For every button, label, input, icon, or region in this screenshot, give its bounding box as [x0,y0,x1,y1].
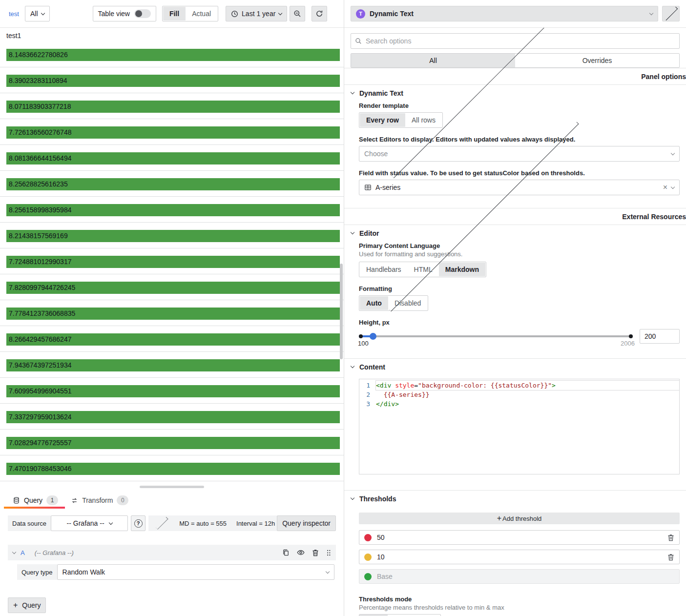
database-icon [13,496,20,504]
query-card-header[interactable]: A (-- Grafana --) [8,545,336,560]
section-content-header[interactable]: Content [344,359,686,375]
tab-query-label: Query [24,496,42,504]
section-panel-options: Panel options [344,68,686,84]
visualization-picker[interactable]: T Dynamic Text [351,6,658,21]
section-panel-options-header[interactable]: Panel options [344,68,686,84]
chevron-down-icon [108,520,112,524]
section-editor-header[interactable]: Editor [344,225,686,241]
status-color-bar: 7.7784123736068835 [6,308,340,320]
threshold-row[interactable]: 50 [359,530,680,545]
content-code-editor[interactable]: 1<div style="background-color: {{statusC… [359,379,680,474]
clear-selection-icon[interactable]: × [663,184,667,191]
query-stats-strip: MD = auto = 555 Interval = 12h [148,515,281,531]
panel-row: 7.337297959013624 [0,404,344,430]
hide-query-eye-icon[interactable] [297,549,305,556]
threshold-color-dot[interactable] [364,554,372,561]
search-icon [355,38,362,44]
slider-track[interactable] [359,335,633,337]
threshold-color-dot[interactable] [364,534,372,541]
threshold-color-dot[interactable] [364,573,372,580]
breadcrumb[interactable]: test [9,10,19,18]
duplicate-query-icon[interactable] [282,549,290,556]
section-thresholds-header[interactable]: Thresholds [344,491,686,507]
query-editor: Data source -- Grafana -- MD = auto = 55… [0,509,344,613]
scope-dropdown[interactable]: All [25,6,50,21]
threshold-row[interactable]: 10 [359,550,680,564]
refresh-button[interactable] [312,6,327,21]
panel-row: 8.21438157569169 [0,223,344,248]
add-query-button[interactable]: Query [8,597,46,613]
pane-resize-handle[interactable] [140,486,204,488]
code-line[interactable]: 3</div> [359,399,679,409]
transform-icon [71,497,78,504]
thresholds-mode-switch[interactable] [359,614,441,616]
threshold-value: Base [377,573,674,580]
tab-query[interactable]: Query 1 [13,492,58,509]
section-title: Content [359,363,385,371]
threshold-value[interactable]: 50 [377,534,662,541]
options-sidebar: T Dynamic Text All Overrides [344,0,686,616]
threshold-value[interactable]: 10 [377,553,662,561]
status-color-bar: 8.081366644156494 [6,152,340,164]
collapse-options-button[interactable] [662,6,680,21]
code-line[interactable]: 1<div style="background-color: {{statusC… [359,381,679,390]
section-dynamic-text-header[interactable]: Dynamic Text [344,85,686,101]
time-range-picker[interactable]: Last 1 year [226,6,287,21]
status-color-bar: 7.028294776725557 [6,437,340,449]
chevron-down-icon [41,11,44,15]
option-auto[interactable]: Auto [360,296,388,310]
chevron-down-icon[interactable] [12,550,16,554]
option-markdown[interactable]: Markdown [439,263,485,276]
status-color-bar: 8.266429457686247 [6,333,340,346]
scope-dropdown-label: All [30,10,38,18]
tab-transform-label: Transform [82,496,113,504]
search-input[interactable] [351,33,680,49]
option-every-row[interactable]: Every row [360,113,405,127]
panel-row: 7.609954996904551 [0,378,344,404]
datasource-picker-value: -- Grafana -- [67,519,104,527]
delete-threshold-trash-icon[interactable] [667,554,674,561]
tab-transform[interactable]: Transform 0 [71,492,128,509]
query-inspector-button[interactable]: Query inspector [277,515,336,531]
section-external-resources-header[interactable]: External Resources [344,208,686,225]
datasource-help-button[interactable] [131,515,146,531]
option-handlebars[interactable]: Handlebars [360,263,408,276]
option-fill[interactable]: Fill [163,7,186,21]
panel-row: 8.081366644156494 [0,145,344,171]
tab-all[interactable]: All [351,54,515,67]
status-color-bar: 8.39023283110894 [6,75,340,87]
slider-min-label: 100 [358,340,369,347]
status-color-bar: 8.14836622780826 [6,49,340,61]
table-view-toggle[interactable] [134,9,151,18]
editors-picker[interactable]: Choose [359,146,680,162]
sidebar-header: T Dynamic Text [344,0,686,28]
option-all-rows[interactable]: All rows [405,113,442,127]
height-control: 100 2006 [359,329,680,344]
section-thresholds-body: Add threshold 5010Base Thresholds mode P… [344,507,686,616]
section-content: Content 1<div style="background-color: {… [344,358,686,490]
chevron-right-icon[interactable] [156,517,168,530]
chevron-down-icon [649,11,653,15]
delete-threshold-trash-icon[interactable] [667,534,674,541]
section-thresholds: Thresholds Add threshold 5010Base Thresh… [344,490,686,616]
chevron-down-icon [351,364,354,368]
zoom-out-button[interactable] [290,6,305,21]
add-threshold-button[interactable]: Add threshold [359,513,680,524]
height-value-input[interactable] [640,329,680,344]
tab-overrides[interactable]: Overrides [515,54,679,67]
vertical-scrollbar[interactable] [340,264,343,359]
drag-handle-icon[interactable] [326,549,331,556]
code-line[interactable]: 2 {{A-series}} [359,390,679,399]
chevron-down-icon [326,569,330,573]
language-help: Used for formatting and suggestions. [359,250,680,258]
line-number: 2 [359,390,376,399]
option-actual[interactable]: Actual [186,7,217,21]
height-slider[interactable]: 100 2006 [359,329,633,344]
query-count-badge: 1 [46,495,58,505]
query-type-picker[interactable]: Random Walk [57,564,334,580]
datasource-picker[interactable]: -- Grafana -- [51,515,128,531]
chevron-down-icon [671,185,675,188]
delete-query-trash-icon[interactable] [312,549,319,556]
section-title: Dynamic Text [359,89,403,97]
slider-handle[interactable] [370,333,376,340]
